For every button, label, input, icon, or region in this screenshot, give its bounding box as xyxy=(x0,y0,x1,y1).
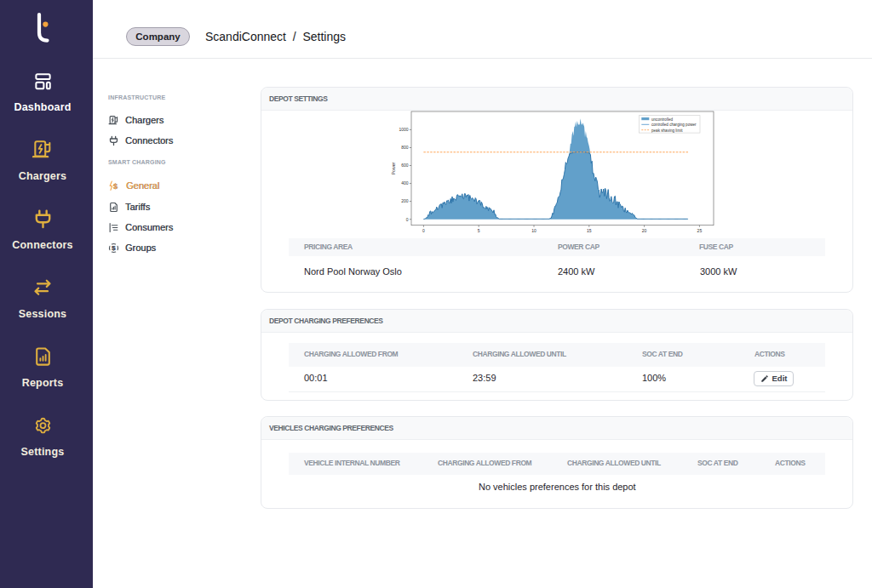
svg-text:25: 25 xyxy=(697,228,703,233)
svg-text:20: 20 xyxy=(642,228,647,233)
svg-text:0: 0 xyxy=(406,217,409,222)
svg-text:5: 5 xyxy=(478,228,480,233)
svg-text:800: 800 xyxy=(401,145,409,150)
svg-text:controlled charging power: controlled charging power xyxy=(651,123,697,127)
svg-text:$: $ xyxy=(113,182,118,191)
svg-text:Time: Time xyxy=(558,234,567,235)
svg-text:$: $ xyxy=(112,244,116,252)
svg-text:600: 600 xyxy=(401,163,409,168)
svg-text:400: 400 xyxy=(401,180,409,186)
svg-text:200: 200 xyxy=(401,198,409,203)
svg-text:15: 15 xyxy=(587,228,592,233)
svg-text:0: 0 xyxy=(422,228,425,233)
svg-text:uncontrolled: uncontrolled xyxy=(651,117,673,122)
svg-text:peak shaving limit: peak shaving limit xyxy=(651,128,683,133)
svg-text:1000: 1000 xyxy=(399,127,408,132)
svg-text:Power: Power xyxy=(391,162,396,174)
svg-text:10: 10 xyxy=(531,228,536,233)
